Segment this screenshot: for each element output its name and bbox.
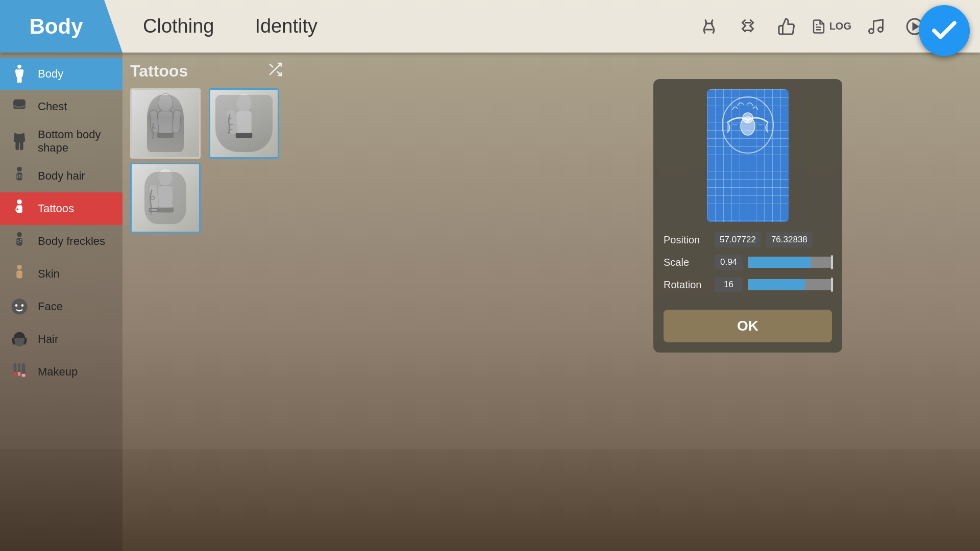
svg-point-20 <box>17 199 22 205</box>
body-figure-icon <box>10 64 29 84</box>
chest-figure-icon <box>10 97 29 116</box>
face-icon <box>8 295 31 318</box>
hair-icon <box>8 328 31 350</box>
svg-point-3 <box>878 27 883 32</box>
svg-rect-51 <box>227 109 238 134</box>
tattoo-thumb-svg-1 <box>142 90 188 157</box>
sidebar-tattoos-label: Tattoos <box>38 202 74 215</box>
svg-rect-40 <box>22 374 26 377</box>
svg-point-15 <box>17 167 22 172</box>
skin-icon <box>8 263 31 285</box>
skin-figure-icon <box>10 264 29 284</box>
scale-control: Scale 0.94 <box>664 255 832 270</box>
log-label: LOG <box>829 20 851 32</box>
sidebar-item-skin[interactable]: Skin <box>0 258 122 290</box>
svg-point-26 <box>19 241 21 242</box>
sidebar-item-body-hair[interactable]: Body hair <box>0 160 122 192</box>
identity-tab[interactable]: Identity <box>234 15 338 37</box>
scale-slider-fill <box>748 257 811 268</box>
svg-rect-39 <box>22 363 26 375</box>
tattoos-figure-icon: ✦ <box>10 199 29 218</box>
thumbs-icon-btn[interactable] <box>772 12 801 41</box>
tattoo-item-2[interactable] <box>209 88 279 159</box>
svg-point-44 <box>158 94 173 112</box>
body-freckles-icon <box>8 230 31 253</box>
position-control: Position 57.07722 76.32838 <box>664 232 832 247</box>
makeup-icon <box>8 361 31 383</box>
rotation-slider[interactable] <box>748 279 832 290</box>
sidebar-body-freckles-label: Body freckles <box>38 235 105 248</box>
sidebar-body-hair-label: Body hair <box>38 169 85 183</box>
svg-rect-38 <box>18 372 20 376</box>
tattoo-preview-3 <box>132 164 199 232</box>
shuffle-button[interactable] <box>267 61 283 81</box>
tattoo-item-1[interactable] <box>130 88 201 159</box>
sidebar-item-hair[interactable]: Hair <box>0 323 122 356</box>
sidebar-item-bottom-body[interactable]: Bottom body shape <box>0 123 122 160</box>
sidebar-chest-label: Chest <box>38 100 67 113</box>
log-btn[interactable]: LOG <box>811 19 851 34</box>
scale-value[interactable]: 0.94 <box>715 255 743 270</box>
body-tab[interactable]: Body <box>0 0 122 53</box>
svg-rect-47 <box>172 110 181 133</box>
scale-slider[interactable] <box>748 257 832 268</box>
sidebar-item-makeup[interactable]: Makeup <box>0 356 122 388</box>
hair-figure-icon <box>10 330 29 349</box>
svg-point-2 <box>869 29 874 33</box>
svg-line-17 <box>17 174 18 179</box>
position-x-value[interactable]: 57.07722 <box>715 232 761 247</box>
thumbs-icon <box>777 17 796 36</box>
sidebar-item-body-freckles[interactable]: Body freckles <box>0 225 122 258</box>
dna-icon-btn[interactable] <box>733 12 762 41</box>
genetics-icon-btn[interactable] <box>695 12 723 41</box>
scale-slider-thumb <box>831 255 833 269</box>
tattoos-title: Tattoos <box>130 62 188 81</box>
tattoo-item-3[interactable] <box>130 163 201 233</box>
svg-rect-48 <box>157 133 174 138</box>
svg-line-55 <box>229 129 233 130</box>
svg-line-43 <box>270 64 273 67</box>
tattoo-preview-2 <box>210 90 278 157</box>
clothing-tab[interactable]: Clothing <box>122 15 234 37</box>
svg-point-28 <box>20 239 21 240</box>
rotation-control: Rotation 16 <box>664 277 832 292</box>
sidebar-item-chest[interactable]: Chest <box>0 90 122 123</box>
log-file-icon <box>811 19 826 34</box>
svg-rect-59 <box>157 208 174 213</box>
music-icon-btn[interactable] <box>862 12 890 41</box>
sidebar-item-face[interactable]: Face <box>0 290 122 323</box>
svg-rect-36 <box>14 372 17 376</box>
sidebar-item-body[interactable]: Body <box>0 58 122 90</box>
rotation-value[interactable]: 16 <box>715 277 743 292</box>
sidebar-hair-label: Hair <box>38 333 58 346</box>
svg-point-31 <box>12 299 28 315</box>
sidebar: Body Chest Bottom body shape <box>0 53 122 551</box>
body-freckles-figure-icon <box>10 232 29 251</box>
rotation-slider-thumb <box>831 278 833 292</box>
svg-point-6 <box>17 65 21 69</box>
tattoo-grid <box>130 88 283 233</box>
tattoos-panel: Tattoos <box>130 61 283 233</box>
sidebar-bottom-body-label: Bottom body shape <box>38 128 114 155</box>
sidebar-item-tattoos[interactable]: ✦ Tattoos <box>0 192 122 225</box>
topbar: Body Clothing Identity <box>0 0 980 53</box>
body-hair-icon <box>8 165 31 187</box>
svg-rect-52 <box>236 133 253 138</box>
position-y-value[interactable]: 76.32838 <box>766 232 813 247</box>
confirm-button[interactable] <box>919 5 970 56</box>
svg-rect-60 <box>149 208 158 212</box>
sidebar-makeup-label: Makeup <box>38 365 78 379</box>
ok-button[interactable]: OK <box>664 310 832 342</box>
svg-marker-5 <box>913 23 918 30</box>
svg-rect-58 <box>149 184 159 209</box>
tattoo-placement-preview[interactable] <box>707 89 789 222</box>
studio-floor <box>0 449 980 551</box>
tattoo-design-svg <box>717 94 778 156</box>
svg-rect-45 <box>158 111 173 134</box>
chest-icon <box>8 95 31 118</box>
bottom-body-figure-icon <box>10 132 29 151</box>
svg-rect-30 <box>16 270 22 278</box>
svg-point-49 <box>236 94 251 112</box>
svg-rect-10 <box>17 76 19 83</box>
svg-point-29 <box>17 265 22 270</box>
